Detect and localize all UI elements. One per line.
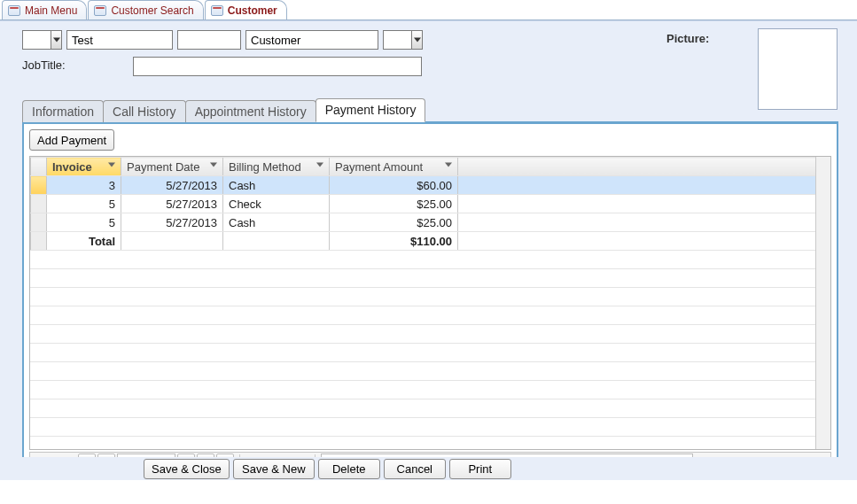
tab-customer[interactable]: Customer	[205, 0, 287, 19]
chevron-down-icon[interactable]	[210, 162, 219, 171]
tab-customer-search[interactable]: Customer Search	[88, 0, 203, 19]
cell-invoice[interactable]: 5	[47, 195, 121, 213]
tab-label: Customer	[228, 4, 277, 17]
row-selector[interactable]	[31, 195, 47, 213]
cell-blank	[223, 232, 330, 251]
add-payment-button[interactable]: Add Payment	[29, 129, 114, 151]
tab-payment-history[interactable]: Payment History	[316, 98, 426, 122]
row-selector	[31, 232, 47, 251]
tab-appointment-history[interactable]: Appointment History	[185, 100, 316, 123]
form-icon	[211, 5, 223, 16]
row-selector[interactable]	[31, 213, 47, 232]
dropdown-icon[interactable]	[411, 31, 422, 49]
print-button[interactable]: Print	[449, 459, 511, 479]
tab-label: Information	[32, 105, 94, 119]
col-header-payment-date[interactable]: Payment Date	[121, 158, 223, 176]
cell-payment-date[interactable]: 5/27/2013	[121, 176, 223, 195]
cell-blank	[121, 232, 223, 251]
first-name-input[interactable]	[67, 31, 172, 49]
table-row[interactable]: 3 5/27/2013 Cash $60.00	[31, 176, 830, 195]
total-amount: $110.00	[330, 232, 458, 251]
cell-blank	[458, 195, 830, 213]
jobtitle-label: JobTitle:	[22, 58, 66, 72]
prefix-input[interactable]	[23, 31, 51, 49]
cell-invoice[interactable]: 3	[47, 176, 121, 195]
suffix-input[interactable]	[384, 31, 411, 49]
total-label: Total	[47, 232, 121, 251]
save-close-button[interactable]: Save & Close	[144, 459, 230, 479]
cell-blank	[458, 213, 830, 232]
table-total-row: Total $110.00	[31, 232, 830, 251]
detail-tabs-bar: Information Call History Appointment His…	[22, 99, 838, 122]
payments-datasheet: Invoice Payment Date	[29, 156, 831, 450]
col-label: Payment Amount	[335, 160, 423, 174]
jobtitle-input[interactable]	[134, 58, 421, 75]
cell-payment-amount[interactable]: $25.00	[330, 213, 458, 232]
col-label: Payment Date	[127, 160, 199, 174]
col-header-payment-amount[interactable]: Payment Amount	[330, 158, 458, 176]
table-row[interactable]: 5 5/27/2013 Check $25.00	[31, 195, 830, 213]
name-fields-row	[22, 30, 423, 50]
cell-billing-method[interactable]: Cash	[223, 176, 330, 195]
col-header-blank	[458, 158, 830, 176]
table-row[interactable]: 5 5/27/2013 Cash $25.00	[31, 213, 830, 232]
middle-name-field[interactable]	[177, 30, 241, 50]
suffix-combo[interactable]	[383, 30, 423, 50]
tab-label: Appointment History	[195, 105, 307, 119]
save-new-button[interactable]: Save & New	[233, 459, 315, 479]
dropdown-icon[interactable]	[51, 31, 61, 49]
tab-label: Call History	[113, 105, 176, 119]
tab-label: Payment History	[325, 103, 417, 117]
picture-label: Picture:	[666, 32, 709, 45]
tab-call-history[interactable]: Call History	[103, 100, 186, 123]
tab-information[interactable]: Information	[22, 100, 104, 123]
tab-main-menu[interactable]: Main Menu	[2, 0, 87, 19]
cell-payment-amount[interactable]: $60.00	[330, 176, 458, 195]
col-header-invoice[interactable]: Invoice	[47, 158, 121, 176]
cell-payment-amount[interactable]: $25.00	[330, 195, 458, 213]
table-header-row: Invoice Payment Date	[31, 158, 830, 176]
prefix-combo[interactable]	[22, 30, 62, 50]
jobtitle-field[interactable]	[133, 57, 422, 76]
chevron-down-icon[interactable]	[445, 162, 454, 171]
payments-table: Invoice Payment Date	[30, 157, 830, 251]
first-name-field[interactable]	[66, 30, 173, 50]
col-label: Invoice	[52, 160, 92, 174]
customer-form: Picture: JobTitle: Information Call Hist…	[0, 20, 857, 480]
form-icon	[94, 5, 106, 16]
document-tabs: Main Menu Customer Search Customer	[0, 0, 857, 20]
cell-invoice[interactable]: 5	[47, 213, 121, 232]
chevron-down-icon[interactable]	[316, 162, 325, 171]
vertical-scrollbar[interactable]	[815, 157, 830, 449]
cancel-button[interactable]: Cancel	[384, 459, 446, 479]
payment-history-page: Add Payment Invoice	[22, 122, 838, 478]
tab-label: Customer Search	[111, 4, 193, 17]
last-name-field[interactable]	[245, 30, 378, 50]
col-header-billing-method[interactable]: Billing Method	[223, 158, 330, 176]
delete-button[interactable]: Delete	[318, 459, 380, 479]
col-label: Billing Method	[229, 160, 301, 174]
form-icon	[8, 5, 20, 16]
cell-billing-method[interactable]: Check	[223, 195, 330, 213]
cell-payment-date[interactable]: 5/27/2013	[121, 195, 223, 213]
last-name-input[interactable]	[246, 31, 378, 49]
cell-blank	[458, 232, 830, 251]
middle-name-input[interactable]	[178, 31, 240, 49]
detail-tab-control: Information Call History Appointment His…	[22, 99, 838, 478]
row-selector[interactable]	[31, 176, 47, 195]
tab-label: Main Menu	[25, 4, 77, 17]
select-all-corner[interactable]	[31, 158, 47, 176]
picture-box[interactable]	[758, 28, 838, 110]
cell-blank	[458, 176, 830, 195]
chevron-down-icon[interactable]	[108, 162, 117, 171]
cell-payment-date[interactable]: 5/27/2013	[121, 213, 223, 232]
cell-billing-method[interactable]: Cash	[223, 213, 330, 232]
form-action-buttons: Save & Close Save & New Delete Cancel Pr…	[0, 457, 857, 480]
